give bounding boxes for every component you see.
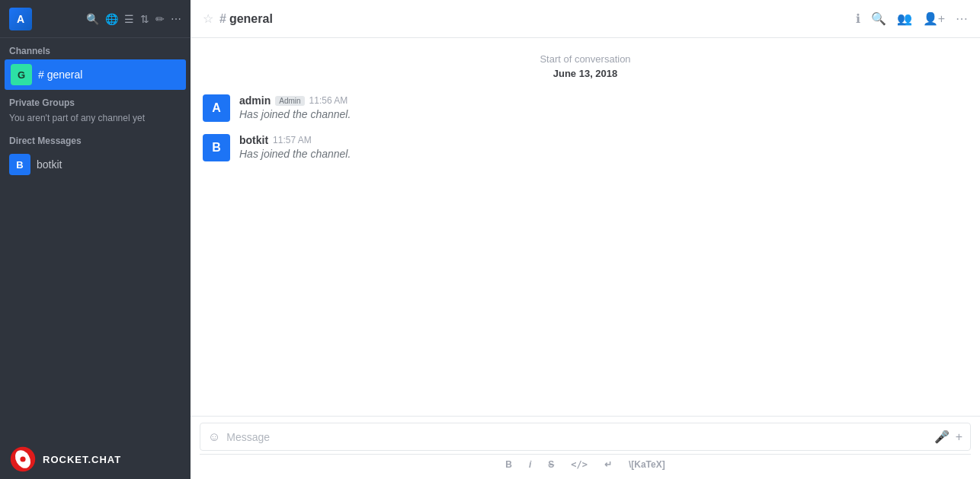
message-row: B botkit 11:57 AM Has joined the channel… [203,134,968,161]
message-content-botkit: botkit 11:57 AM Has joined the channel. [239,134,968,160]
messages-area: Start of conversation June 13, 2018 A ad… [191,38,980,416]
user-avatar[interactable]: A [9,8,32,30]
message-avatar-botkit: B [203,134,230,161]
dm-name-botkit: botkit [37,158,62,171]
members-icon[interactable]: 👥 [897,11,912,26]
sidebar-toolbar: 🔍 🌐 ☰ ⇅ ✏ ⋯ [86,13,181,25]
bold-button[interactable]: B [502,458,515,471]
info-icon[interactable]: ℹ [856,11,860,26]
katex-button[interactable]: \[KaTeX] [626,458,668,471]
channel-title: # general [219,12,273,26]
message-username-botkit: botkit [239,134,268,146]
message-input-box: ☺ 🎤 + [200,423,971,451]
conversation-date: June 13, 2018 [203,68,968,79]
message-input[interactable] [226,431,927,443]
message-header-admin: admin Admin 11:56 AM [239,94,968,107]
input-area: ☺ 🎤 + B i S </> ↵ \[KaTeX] [191,416,980,479]
message-text-botkit: Has joined the channel. [239,148,968,160]
list-icon[interactable]: ☰ [124,13,134,25]
code-button[interactable]: </> [568,458,591,471]
sidebar-footer: ROCKET.CHAT [0,439,191,479]
message-avatar-admin: A [203,94,230,122]
channel-avatar-general: G [11,64,32,85]
private-groups-empty-text: You aren't part of any channel yet [0,111,191,129]
rocket-logo: ROCKET.CHAT [9,445,121,473]
conversation-start-label: Start of conversation [203,53,968,65]
rocket-icon [9,445,37,473]
add-member-icon[interactable]: 👤+ [923,11,945,26]
edit-icon[interactable]: ✏ [155,13,165,25]
message-header-botkit: botkit 11:57 AM [239,134,968,146]
message-time-botkit: 11:57 AM [273,135,312,145]
sidebar: A 🔍 🌐 ☰ ⇅ ✏ ⋯ Channels G # general Priva… [0,0,191,479]
channels-label: Channels [0,38,191,59]
dm-avatar-botkit: B [9,154,30,175]
channel-item-general[interactable]: G # general [5,59,186,90]
message-time-admin: 11:56 AM [309,95,348,106]
dm-item-botkit[interactable]: B botkit [0,149,191,180]
plus-icon[interactable]: + [956,430,962,444]
direct-messages-label: Direct Messages [0,129,191,149]
quote-button[interactable]: ↵ [601,458,615,471]
kebab-menu-icon[interactable]: ⋯ [956,11,968,26]
sidebar-header: A 🔍 🌐 ☰ ⇅ ✏ ⋯ [0,0,191,38]
logo-text: ROCKET.CHAT [43,454,121,465]
message-text-admin: Has joined the channel. [239,108,968,120]
header-actions: ℹ 🔍 👥 👤+ ⋯ [856,11,968,26]
search-icon[interactable]: 🔍 [871,11,886,26]
message-content-admin: admin Admin 11:56 AM Has joined the chan… [239,94,968,120]
channel-name-display: general [229,12,273,26]
message-username-admin: admin [239,94,271,107]
channel-name-general: # general [38,69,82,81]
main-area: ☆ # general ℹ 🔍 👥 👤+ ⋯ Start of conversa… [191,0,980,479]
search-icon[interactable]: 🔍 [86,13,99,25]
italic-button[interactable]: i [526,458,534,471]
sort-icon[interactable]: ⇅ [140,13,149,25]
more-icon[interactable]: ⋯ [171,13,181,25]
private-groups-label: Private Groups [0,90,191,111]
svg-point-2 [20,456,25,461]
hash-symbol: # [219,12,226,26]
message-row: A admin Admin 11:56 AM Has joined the ch… [203,94,968,122]
favorite-icon[interactable]: ☆ [203,11,213,26]
emoji-icon[interactable]: ☺ [208,430,220,444]
globe-icon[interactable]: 🌐 [105,13,118,25]
main-header: ☆ # general ℹ 🔍 👥 👤+ ⋯ [191,0,980,38]
admin-badge: Admin [275,96,304,106]
microphone-icon[interactable]: 🎤 [934,430,950,444]
message-toolbar: B i S </> ↵ \[KaTeX] [200,454,971,473]
strikethrough-button[interactable]: S [545,458,557,471]
